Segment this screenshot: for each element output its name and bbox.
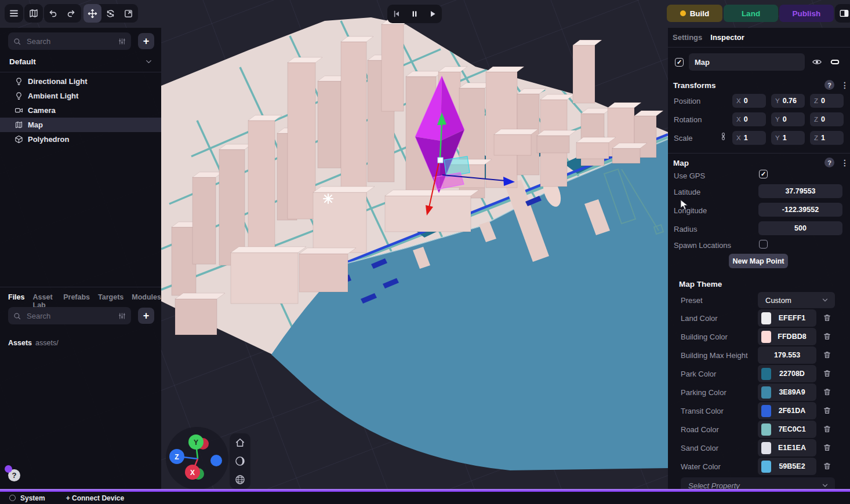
home-icon[interactable]: [231, 434, 249, 451]
parking-color-input[interactable]: 3E89A9: [758, 384, 816, 401]
tab-modules[interactable]: Modules: [132, 293, 161, 309]
trash-icon[interactable]: [823, 313, 831, 322]
color-swatch[interactable]: [761, 312, 771, 324]
publish-mode-button[interactable]: Publish: [779, 5, 834, 22]
pause-button[interactable]: [410, 9, 419, 19]
color-swatch[interactable]: [761, 331, 771, 343]
rotation-x-input[interactable]: X0: [732, 112, 766, 126]
connect-device-button[interactable]: + Connect Device: [66, 494, 124, 502]
land-color-input[interactable]: EFEFF1: [758, 309, 816, 327]
hierarchy-item-map[interactable]: Map: [0, 118, 161, 132]
toggle-panel-button[interactable]: [835, 4, 850, 23]
scale-x-input[interactable]: X1: [732, 131, 766, 145]
position-z-input[interactable]: Z0: [810, 94, 844, 108]
hierarchy-item-polyhedron[interactable]: Polyhedron: [0, 132, 161, 147]
building-color-input[interactable]: FFDBD8: [758, 328, 816, 345]
rotation-z-input[interactable]: Z0: [810, 112, 844, 126]
position-y-input[interactable]: Y0.76: [771, 94, 805, 108]
spawn-locations-checkbox[interactable]: [759, 240, 768, 249]
preset-dropdown[interactable]: Custom: [758, 292, 835, 308]
color-swatch[interactable]: [761, 368, 771, 380]
play-button[interactable]: [428, 9, 437, 19]
trash-icon[interactable]: [823, 462, 831, 470]
parking-color-label: Parking Color: [681, 388, 727, 397]
scale-y-input[interactable]: Y1: [771, 131, 805, 145]
moon-icon[interactable]: [231, 452, 249, 470]
color-swatch[interactable]: [761, 461, 771, 473]
map-mode-button[interactable]: [24, 4, 43, 23]
eye-visibility-icon[interactable]: [812, 57, 822, 67]
latitude-input[interactable]: 37.79553: [758, 184, 842, 198]
hierarchy-item-camera[interactable]: Camera: [0, 103, 161, 118]
redo-button[interactable]: [62, 4, 80, 23]
cube-icon: [14, 135, 23, 144]
add-entity-button[interactable]: +: [138, 33, 154, 49]
transforms-help-icon[interactable]: ?: [824, 80, 834, 90]
scale-tool-button[interactable]: [119, 4, 137, 23]
entity-enabled-checkbox[interactable]: ✓: [675, 58, 684, 67]
color-swatch[interactable]: [761, 386, 771, 399]
rotate-icon: [106, 9, 115, 19]
building-max-height-input[interactable]: 179.553: [758, 346, 816, 364]
transit-color-input[interactable]: 2F61DA: [758, 402, 816, 419]
main-menu-button[interactable]: [5, 4, 23, 23]
frame-icon: [123, 9, 133, 19]
park-color-input[interactable]: 22708D: [758, 365, 816, 382]
rotation-y-input[interactable]: Y0: [771, 112, 805, 126]
trash-icon[interactable]: [823, 425, 831, 433]
globe-icon[interactable]: [231, 471, 249, 488]
color-swatch[interactable]: [761, 405, 771, 417]
land-mode-button[interactable]: Land: [724, 5, 778, 22]
trash-icon[interactable]: [823, 443, 831, 452]
tab-inspector[interactable]: Inspector: [710, 33, 744, 42]
radius-input[interactable]: 500: [758, 221, 842, 235]
trash-icon[interactable]: [823, 350, 831, 359]
new-map-point-button[interactable]: New Map Point: [729, 254, 788, 268]
assets-search-input[interactable]: [26, 311, 114, 321]
position-x-input[interactable]: X0: [732, 94, 766, 108]
water-color-input[interactable]: 59B5E2: [758, 458, 816, 475]
skip-back-button[interactable]: [392, 9, 401, 19]
rotate-tool-button[interactable]: [101, 4, 119, 23]
hierarchy-item-ambient-light[interactable]: Ambient Light: [0, 89, 161, 103]
assets-search[interactable]: [8, 307, 131, 324]
longitude-input[interactable]: -122.39552: [758, 203, 842, 217]
transforms-title: Transforms: [673, 81, 716, 90]
assets-path[interactable]: assets/: [35, 339, 59, 347]
hierarchy-item-directional-light[interactable]: Directional Light: [0, 74, 161, 89]
transforms-menu-icon[interactable]: ⋮: [841, 81, 849, 89]
use-gps-checkbox[interactable]: ✓: [759, 170, 768, 178]
orientation-gizmo[interactable]: Y Z X: [162, 424, 234, 494]
history-toolbar: [44, 4, 81, 23]
color-swatch[interactable]: [761, 442, 771, 454]
hierarchy-group-row[interactable]: Default: [0, 53, 161, 70]
trash-icon[interactable]: [823, 332, 831, 341]
move-tool-button[interactable]: [83, 4, 101, 23]
scale-z-input[interactable]: Z1: [810, 131, 844, 145]
entity-name-input[interactable]: [689, 53, 805, 71]
move-icon: [88, 9, 97, 19]
filter-sliders-icon[interactable]: [118, 37, 126, 46]
trash-icon[interactable]: [823, 406, 831, 415]
tab-settings[interactable]: Settings: [673, 33, 702, 42]
color-swatch[interactable]: [761, 423, 771, 436]
undo-button[interactable]: [44, 4, 62, 23]
hierarchy-search-input[interactable]: [26, 36, 114, 46]
sand-color-input[interactable]: E1E1EA: [758, 439, 816, 456]
spawn-locations-label: Spawn Locations: [674, 241, 731, 250]
map-menu-icon[interactable]: ⋮: [841, 159, 849, 167]
map-icon: [28, 8, 39, 19]
capsule-icon[interactable]: [829, 57, 841, 67]
filter-sliders-icon[interactable]: [118, 312, 126, 320]
road-color-input[interactable]: 7EC0C1: [758, 421, 816, 438]
add-asset-button[interactable]: +: [138, 308, 154, 324]
build-mode-button[interactable]: Build: [667, 5, 722, 22]
scale-link-icon[interactable]: [719, 132, 728, 141]
app-root: Y Z X Build Land Publish: [0, 0, 850, 504]
system-status-label[interactable]: System: [20, 494, 45, 502]
build-dot-icon: [680, 10, 686, 16]
map-help-icon[interactable]: ?: [824, 158, 834, 167]
trash-icon[interactable]: [823, 369, 831, 378]
trash-icon[interactable]: [823, 388, 831, 396]
hierarchy-search[interactable]: [8, 32, 131, 50]
